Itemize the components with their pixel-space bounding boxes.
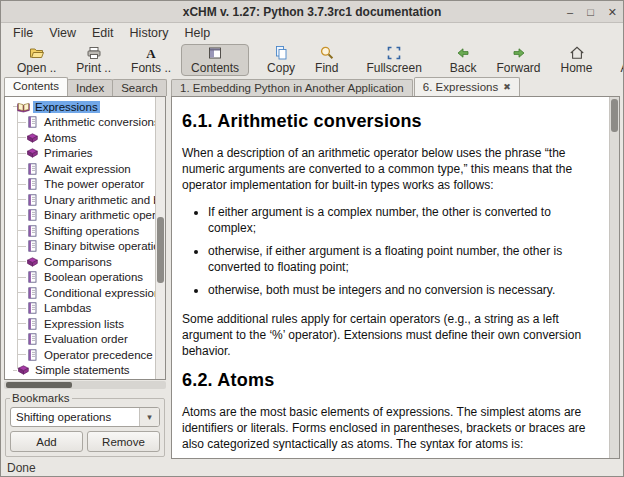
tree-item[interactable]: Binary bitwise operations [5, 239, 155, 255]
tree-item[interactable]: Comparisons [5, 254, 155, 270]
tree-connector [17, 199, 26, 200]
content-pane: 1. Embedding Python in Another Applicati… [171, 77, 620, 459]
status-text: Done [7, 461, 36, 475]
fullscreen-button[interactable]: Fullscreen [356, 44, 431, 76]
find-button[interactable]: Find [305, 44, 348, 76]
tree-item-label: Unary arithmetic and bitwise operations [42, 194, 155, 206]
tree-item[interactable]: Boolean operations [5, 270, 155, 286]
page-icon [26, 271, 39, 283]
tree-item-label: Expressions [33, 101, 100, 113]
fullscreen-icon [386, 45, 402, 61]
tree-vertical-scrollbar[interactable] [155, 97, 165, 379]
tree-connector [17, 323, 26, 324]
open-button[interactable]: Open .. [7, 44, 66, 76]
tree-item[interactable]: Expression lists [5, 316, 155, 332]
tree-item-label: Conditional expressions [42, 287, 155, 299]
tree-item[interactable]: Evaluation order [5, 332, 155, 348]
tree-connector [17, 184, 26, 185]
tree-connector [17, 261, 26, 262]
toolbar-button-label: Fullscreen [366, 61, 421, 75]
tree-item[interactable]: Expressions [5, 99, 155, 115]
home-button[interactable]: Home [551, 44, 603, 76]
tree-item[interactable]: The power operator [5, 177, 155, 193]
open-folder-icon [29, 45, 45, 61]
contents-panel-icon [207, 45, 223, 61]
about-button[interactable]: ?About [611, 44, 624, 76]
toolbar-button-label: Home [561, 61, 593, 75]
page-icon [26, 287, 39, 299]
tree-item-label: Comparisons [42, 256, 114, 268]
bullet-list: If either argument is a complex number, … [208, 205, 597, 299]
book-open-icon [17, 101, 30, 113]
menu-item-file[interactable]: File [5, 24, 41, 42]
tree-item[interactable]: Arithmetic conversions [5, 115, 155, 131]
forward-arrow-icon [511, 45, 527, 61]
tree-item[interactable]: Await expression [5, 161, 155, 177]
tree-item-label: Operator precedence [42, 349, 155, 361]
section-heading: 6.2. Atoms [182, 370, 597, 391]
toolbar-button-label: About [621, 61, 624, 75]
page-icon [26, 116, 39, 128]
printer-icon [86, 45, 102, 61]
tree-item[interactable]: Atoms [5, 130, 155, 146]
bookmark-select[interactable]: Shifting operations ▾ [10, 407, 160, 427]
document-tab[interactable]: 1. Embedding Python in Another Applicati… [171, 79, 413, 96]
tree-item-label: Expression lists [42, 318, 126, 330]
tree-connector [17, 354, 26, 355]
bookmark-selected-value: Shifting operations [11, 411, 139, 423]
tree-horizontal-scrollbar[interactable] [4, 381, 166, 389]
page-icon [26, 178, 39, 190]
tree-item[interactable]: Shifting operations [5, 223, 155, 239]
book-icon [26, 147, 39, 159]
menu-item-edit[interactable]: Edit [84, 24, 122, 42]
page-icon [26, 209, 39, 221]
menu-item-view[interactable]: View [41, 24, 84, 42]
contents-button[interactable]: Contents [181, 44, 249, 76]
fonts-button[interactable]: AFonts .. [121, 44, 181, 76]
tree-item[interactable]: Binary arithmetic operations [5, 208, 155, 224]
tab-index[interactable]: Index [67, 79, 113, 96]
close-icon[interactable]: ✕ [608, 7, 617, 18]
content-vertical-scrollbar[interactable] [609, 97, 619, 458]
tree-item[interactable]: Operator precedence [5, 347, 155, 363]
menu-item-history[interactable]: History [122, 24, 177, 42]
sidebar-tabs: ContentsIndexSearch [4, 77, 166, 96]
tab-close-icon[interactable]: ✖ [503, 82, 511, 92]
document-view: 6.1. Arithmetic conversionsWhen a descri… [171, 96, 620, 459]
tab-search[interactable]: Search [112, 79, 166, 96]
tree-item[interactable]: Compound statements [5, 378, 155, 379]
toolbar-button-label: Back [450, 61, 477, 75]
menubar: FileViewEditHistoryHelp [1, 23, 623, 43]
print-button[interactable]: Print .. [66, 44, 121, 76]
tree-item[interactable]: Simple statements [5, 363, 155, 379]
document-tab-label: 6. Expressions [423, 81, 498, 93]
tree-item[interactable]: Unary arithmetic and bitwise operations [5, 192, 155, 208]
dropdown-arrow-icon[interactable]: ▾ [139, 408, 159, 426]
menu-item-help[interactable]: Help [176, 24, 218, 42]
maximize-icon[interactable]: □ [587, 7, 594, 18]
minimize-icon[interactable]: – [567, 7, 573, 18]
toolbar-button-label: Find [315, 61, 338, 75]
document-tab[interactable]: 6. Expressions✖ [414, 77, 520, 96]
bullet-item: otherwise, both must be integers and no … [208, 283, 597, 299]
forward-button[interactable]: Forward [487, 44, 551, 76]
content-vertical-scrollbar-thumb[interactable] [611, 99, 618, 132]
tree-item[interactable]: Conditional expressions [5, 285, 155, 301]
tree-item[interactable]: Primaries [5, 146, 155, 162]
tree-vertical-scrollbar-thumb[interactable] [157, 217, 164, 283]
back-button[interactable]: Back [440, 44, 487, 76]
page-icon [26, 302, 39, 314]
tree-connector [17, 277, 26, 278]
document-tab-label: 1. Embedding Python in Another Applicati… [180, 82, 404, 94]
remove-bookmark-button[interactable]: Remove [87, 431, 160, 452]
add-bookmark-button[interactable]: Add [10, 431, 83, 452]
tab-contents[interactable]: Contents [4, 77, 68, 96]
tree-item[interactable]: Lambdas [5, 301, 155, 317]
copy-button[interactable]: Copy [257, 44, 305, 76]
toolbar-button-label: Print .. [76, 61, 111, 75]
tree-connector [17, 339, 26, 340]
page-icon [26, 318, 39, 330]
titlebar[interactable]: xCHM v. 1.27: Python 3.7.3rc1 documentat… [1, 1, 623, 23]
tree-connector [17, 122, 26, 123]
tree-horizontal-scrollbar-thumb[interactable] [6, 382, 72, 388]
